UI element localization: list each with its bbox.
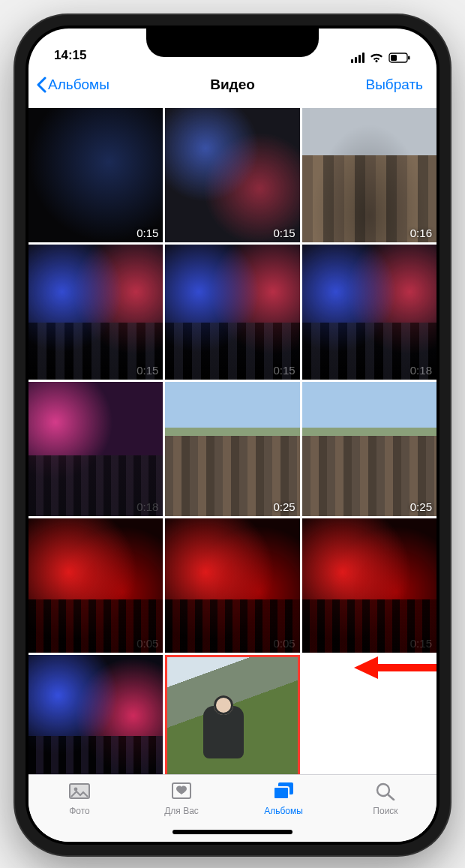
home-indicator[interactable] [172, 830, 292, 834]
video-duration: 0:15 [136, 227, 158, 239]
video-thumbnail[interactable]: 0:16 [302, 108, 436, 242]
battery-icon [388, 53, 411, 63]
notch [146, 29, 319, 57]
svg-line-10 [388, 794, 394, 800]
select-label: Выбрать [365, 77, 423, 93]
video-duration: 0:15 [136, 364, 158, 377]
tab-label: Фото [69, 806, 90, 816]
page-title: Видео [210, 77, 255, 93]
status-time: 14:15 [54, 48, 86, 63]
device-frame: 14:15 Альбомы Видео [15, 15, 450, 855]
svg-rect-1 [391, 55, 397, 61]
select-button[interactable]: Выбрать [365, 66, 423, 104]
albums-icon [272, 781, 295, 803]
navbar: Альбомы Видео Выбрать [28, 66, 436, 104]
video-thumbnail[interactable]: 0:15 [28, 108, 163, 242]
tab-label: Альбомы [264, 806, 303, 816]
video-duration: 0:05 [273, 637, 295, 650]
status-right [351, 53, 411, 63]
svg-rect-2 [408, 56, 410, 60]
tab-photos[interactable]: Фото [28, 781, 130, 842]
video-thumbnail[interactable]: 0:15 [165, 245, 299, 379]
svg-rect-8 [274, 787, 289, 799]
chevron-left-icon [36, 77, 46, 93]
back-label: Альбомы [48, 77, 110, 93]
cellular-icon [351, 53, 364, 63]
video-thumbnail[interactable]: 0:15 [28, 655, 163, 774]
video-thumbnail[interactable]: 0:15 [28, 245, 163, 379]
empty-cell [302, 655, 436, 774]
device-bezel: 14:15 Альбомы Видео [26, 26, 440, 845]
video-thumbnail[interactable]: 0:25 [302, 382, 436, 516]
photos-icon [68, 781, 91, 803]
video-thumbnail[interactable]: 0:25 [165, 382, 299, 516]
tab-label: Поиск [373, 806, 398, 816]
tab-label: Для Вас [164, 806, 199, 816]
grid-scroll[interactable]: 0:150:150:160:150:150:180:180:250:250:05… [28, 104, 436, 774]
video-grid: 0:150:150:160:150:150:180:180:250:250:05… [28, 104, 436, 774]
video-thumbnail[interactable]: 0:05 [165, 518, 299, 653]
video-duration: 0:15 [273, 227, 295, 239]
back-button[interactable]: Альбомы [36, 66, 110, 104]
video-duration: 0:15 [273, 364, 295, 377]
tab-search[interactable]: Поиск [334, 781, 436, 842]
video-duration: 0:25 [410, 500, 432, 513]
video-thumbnail[interactable]: 0:15 [302, 518, 436, 653]
foryou-icon [170, 781, 193, 803]
search-icon [374, 781, 397, 803]
video-thumbnail[interactable]: 0:08 [165, 655, 299, 774]
video-duration: 0:25 [273, 500, 295, 513]
screen: 14:15 Альбомы Видео [28, 29, 436, 842]
video-duration: 0:16 [410, 227, 432, 239]
video-thumbnail[interactable]: 0:15 [165, 108, 299, 242]
video-duration: 0:18 [410, 364, 432, 377]
video-thumbnail[interactable]: 0:18 [302, 245, 436, 379]
video-thumbnail[interactable]: 0:18 [28, 382, 163, 516]
svg-point-5 [74, 788, 78, 791]
video-duration: 0:15 [410, 637, 432, 650]
video-thumbnail[interactable]: 0:05 [28, 518, 163, 653]
video-duration: 0:18 [136, 500, 158, 513]
wifi-icon [369, 53, 384, 63]
video-duration: 0:05 [136, 637, 158, 650]
